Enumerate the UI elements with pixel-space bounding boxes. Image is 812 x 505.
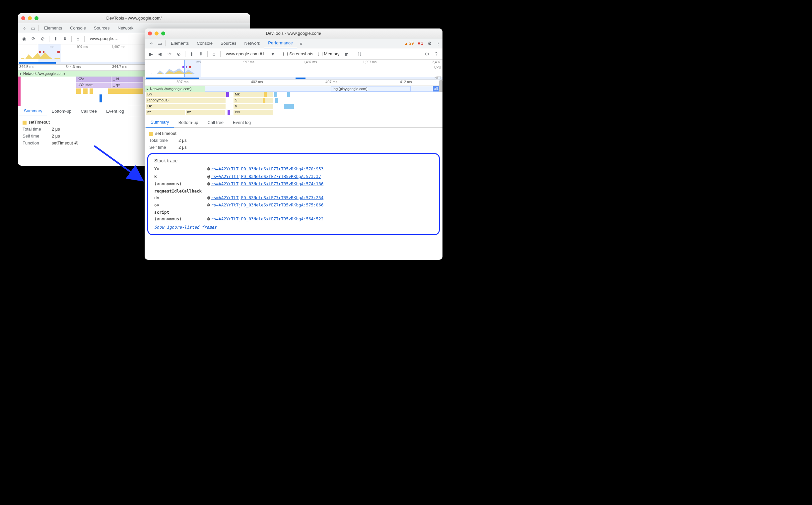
tab-console[interactable]: Console — [193, 38, 217, 48]
record-icon[interactable]: ◉ — [20, 34, 28, 43]
subtab-call-tree[interactable]: Call tree — [203, 117, 228, 128]
upload-icon[interactable]: ⬆ — [51, 34, 60, 43]
screenshots-checkbox[interactable]: Screenshots — [283, 51, 313, 56]
self-time-value: 2 μs — [52, 134, 60, 139]
tab-network[interactable]: Network — [240, 38, 264, 48]
tick-2: 1,497 ms — [111, 45, 125, 49]
flame-block[interactable]: BN — [234, 110, 273, 115]
gc-icon[interactable]: 🗑 — [342, 50, 351, 58]
window-title: DevTools - www.google.com/ — [18, 16, 250, 21]
close-icon[interactable] — [148, 31, 152, 35]
tab-sources[interactable]: Sources — [90, 23, 114, 33]
subtab-call-tree[interactable]: Call tree — [76, 106, 102, 116]
cpu-waveform — [146, 65, 425, 74]
tab-performance[interactable]: Performance — [264, 38, 297, 48]
reload-icon[interactable]: ⟳ — [165, 50, 174, 58]
stack-link[interactable]: rs=AA2YrTtTjPD_83NeleSxfEZ7rTB5vRKbgA:57… — [211, 201, 324, 209]
tab-sources[interactable]: Sources — [217, 38, 240, 48]
svg-rect-0 — [39, 51, 41, 53]
home-icon[interactable]: ⌂ — [74, 34, 82, 43]
flame-block[interactable]: (anonymous) — [146, 98, 226, 103]
subtab-bottom-up[interactable]: Bottom-up — [47, 106, 76, 116]
panel-tabs: ⟡ ▭ Elements Console Sources Network Per… — [145, 38, 443, 48]
zoom-icon[interactable] — [34, 16, 38, 20]
help-icon[interactable]: ? — [432, 50, 441, 58]
flame-block[interactable]: _.Id — [111, 76, 143, 82]
subtab-bottom-up[interactable]: Bottom-up — [174, 117, 203, 128]
tab-elements[interactable]: Elements — [40, 23, 66, 33]
flame-block[interactable]: hz — [186, 110, 225, 115]
shortcuts-icon[interactable]: ⇅ — [355, 50, 364, 58]
clear-icon[interactable]: ⊘ — [38, 34, 47, 43]
tick-total: 2,497 — [432, 60, 441, 64]
total-time-label: Total time — [149, 138, 172, 143]
flame-block[interactable]: Uk — [146, 104, 226, 109]
flame-block[interactable]: UYa.start — [76, 82, 111, 88]
window-title: DevTools - www.google.com/ — [145, 31, 443, 36]
upload-icon[interactable]: ⬆ — [188, 50, 196, 58]
download-icon[interactable]: ⬇ — [61, 34, 69, 43]
zoom-icon[interactable] — [161, 31, 165, 35]
memory-checkbox[interactable]: Memory — [318, 51, 340, 56]
play-icon[interactable]: ▶ — [147, 50, 155, 58]
flame-block[interactable]: hz — [146, 110, 185, 115]
settings-icon[interactable]: ⚙ — [425, 39, 434, 48]
inspect-icon[interactable]: ⟡ — [147, 39, 155, 48]
network-label: Network /ww.google.com) — [150, 87, 192, 91]
network-track[interactable]: ▸ Network /ww.google.com) — [145, 86, 205, 92]
self-time-label: Self time — [149, 145, 172, 150]
flame-chart[interactable]: BN Mk (anonymous) S Uk h hz hz BN — [145, 92, 443, 117]
home-icon[interactable]: ⌂ — [210, 50, 218, 58]
record-circle-icon[interactable]: ⟳ — [29, 34, 38, 43]
stack-link[interactable]: rs=AA2YrTtTjPD_83NeleSxfEZ7rTB5vRKbgA:57… — [211, 194, 324, 202]
more-tabs-icon[interactable]: » — [297, 39, 306, 48]
clear-icon[interactable]: ⊘ — [175, 50, 183, 58]
chevron-down-icon[interactable]: ▼ — [268, 50, 277, 58]
subtab-summary[interactable]: Summary — [146, 117, 174, 128]
flame-block[interactable]: KZa — [76, 76, 111, 82]
stack-frame: ov @ rs=AA2YrTtTjPD_83NeleSxfEZ7rTB5vRKb… — [154, 201, 433, 209]
tab-elements[interactable]: Elements — [167, 38, 193, 48]
minimize-icon[interactable] — [28, 16, 32, 20]
record-icon[interactable]: ◉ — [156, 50, 164, 58]
kebab-icon[interactable]: ⋮ — [434, 39, 443, 48]
network-entry[interactable]: log (play.google.com) — [331, 86, 411, 92]
tick-3: 1,997 ms — [363, 60, 376, 64]
inspect-icon[interactable]: ⟡ — [20, 24, 28, 32]
scrollbar-thumb[interactable] — [439, 80, 443, 93]
minimize-icon[interactable] — [154, 31, 158, 35]
function-label: Function — [22, 141, 46, 146]
ruler-tick: 344.6 ms — [64, 64, 111, 70]
device-icon[interactable]: ▭ — [155, 39, 164, 48]
stack-link[interactable]: rs=AA2YrTtTjPD_83NeleSxfEZ7rTB5vRKbgA:57… — [211, 165, 324, 173]
flame-block[interactable]: BN — [146, 92, 226, 97]
subtab-event-log[interactable]: Event log — [228, 117, 255, 128]
flame-block[interactable]: S — [234, 98, 273, 103]
subtab-summary[interactable]: Summary — [19, 106, 47, 116]
device-icon[interactable]: ▭ — [28, 24, 37, 32]
total-time-label: Total time — [22, 127, 46, 132]
color-chip — [149, 132, 153, 136]
svg-rect-2 — [57, 51, 60, 53]
warning-badge[interactable]: ▲ 29 — [402, 41, 416, 46]
settings-icon[interactable]: ⚙ — [423, 50, 431, 58]
color-chip — [22, 121, 26, 125]
close-icon[interactable] — [21, 16, 25, 20]
flame-block[interactable]: _.qe — [111, 82, 143, 88]
cpu-waveform — [19, 50, 145, 59]
cpu-label: CPU — [434, 65, 441, 69]
show-ignored-link[interactable]: Show ignore-listed frames — [154, 225, 217, 230]
tab-network[interactable]: Network — [114, 23, 138, 33]
flame-block[interactable]: h — [234, 104, 273, 109]
tab-console[interactable]: Console — [66, 23, 90, 33]
error-badge[interactable]: ■ 1 — [416, 41, 425, 46]
stack-link[interactable]: rs=AA2YrTtTjPD_83NeleSxfEZ7rTB5vRKbgA:57… — [211, 180, 324, 188]
stack-link[interactable]: rs=AA2YrTtTjPD_83NeleSxfEZ7rTB5vRKbgA:57… — [211, 173, 321, 181]
ruler-tick: 397 ms — [145, 80, 219, 86]
subtab-event-log[interactable]: Event log — [102, 106, 129, 116]
download-icon[interactable]: ⬇ — [197, 50, 205, 58]
stack-link[interactable]: rs=AA2YrTtTjPD_83NeleSxfEZ7rTB5vRKbgA:56… — [211, 215, 324, 223]
flame-block[interactable]: Mk — [234, 92, 273, 97]
url-selector[interactable]: www.google.com #1 — [223, 51, 268, 56]
timeline-overview[interactable]: ms 997 ms 1,497 ms 1,997 ms 2,497 CPU NE… — [145, 60, 443, 80]
